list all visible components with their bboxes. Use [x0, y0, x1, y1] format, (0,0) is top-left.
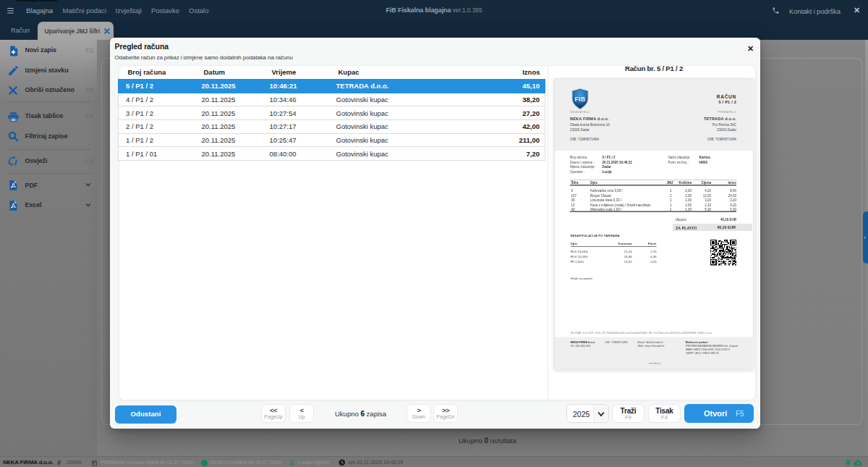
- svg-text:FIB: FIB: [574, 96, 585, 103]
